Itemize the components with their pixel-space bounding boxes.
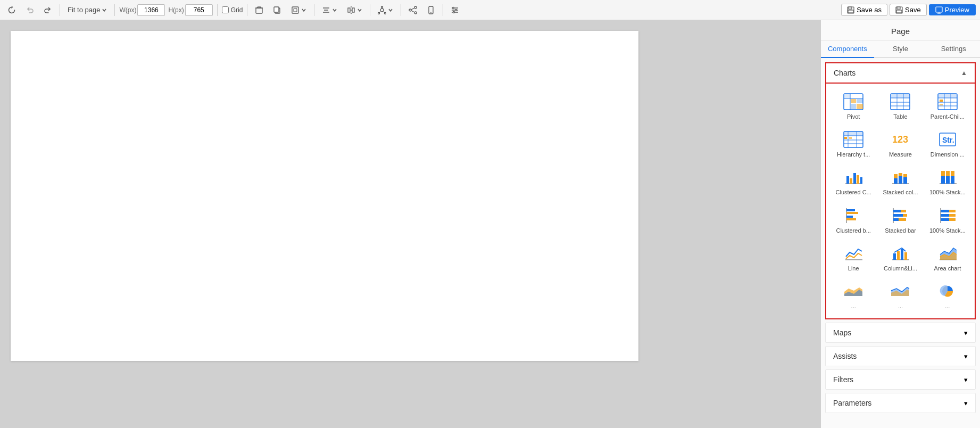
copy-icon <box>273 6 281 14</box>
chart-item-100pct-stack-col[interactable]: 100% Stack... <box>925 163 970 200</box>
svg-rect-17 <box>352 8 354 12</box>
chart-item-stacked-col[interactable]: Stacked col... <box>877 163 923 200</box>
svg-rect-122 <box>941 214 949 217</box>
component-button[interactable] <box>375 4 396 17</box>
table-label: Table <box>893 113 907 120</box>
undo-icon <box>26 6 34 14</box>
refresh-button[interactable] <box>4 4 19 17</box>
svg-rect-95 <box>899 176 902 184</box>
crop-icon <box>291 6 300 14</box>
chart-item-table[interactable]: Table <box>877 88 923 125</box>
svg-line-31 <box>411 8 414 10</box>
mobile-button[interactable] <box>423 4 438 17</box>
hierarchy-label: Hierarchy t... <box>837 151 870 158</box>
svg-rect-100 <box>941 176 945 184</box>
tab-style[interactable]: Style <box>874 40 927 58</box>
grid-checkbox[interactable] <box>222 6 229 13</box>
pivot-icon <box>843 92 864 111</box>
area3-label: ... <box>898 303 903 310</box>
parameters-section-header[interactable]: Parameters ▾ <box>825 393 976 413</box>
delete-button[interactable] <box>252 4 267 17</box>
svg-point-28 <box>414 6 417 9</box>
tab-settings[interactable]: Settings <box>927 40 980 58</box>
chart-item-area2[interactable]: ... <box>830 277 876 314</box>
save-as-button[interactable]: Save as <box>841 4 887 16</box>
settings-button[interactable] <box>447 4 462 17</box>
grid-group[interactable]: Grid <box>222 6 243 14</box>
chevron-down-icon5 <box>388 7 393 13</box>
svg-text:Str.: Str. <box>942 136 954 144</box>
svg-rect-81 <box>844 137 847 139</box>
align-button[interactable] <box>319 4 340 17</box>
hierarchy-icon <box>843 130 864 149</box>
chart-item-stacked-bar[interactable]: Stacked bar <box>877 202 923 238</box>
chart-item-pie[interactable]: ... <box>925 277 970 314</box>
clustered-col-label: Clustered C... <box>836 189 871 196</box>
share-button[interactable] <box>405 4 420 17</box>
chart-item-line[interactable]: Line <box>830 240 876 276</box>
grid-label: Grid <box>231 6 243 14</box>
svg-rect-113 <box>893 210 901 212</box>
sep8 <box>443 4 443 16</box>
chart-item-column-line[interactable]: Column&Li... <box>877 240 923 276</box>
pie-icon <box>937 282 958 301</box>
tab-components[interactable]: Components <box>821 40 874 58</box>
main-area: Page Components Style Settings Charts ▲ <box>0 20 980 428</box>
maps-section-header[interactable]: Maps ▾ <box>825 323 976 343</box>
svg-rect-102 <box>946 176 950 184</box>
distribute-button[interactable] <box>344 4 366 17</box>
svg-rect-88 <box>850 178 852 184</box>
fit-to-page-label: Fit to page <box>68 6 100 14</box>
svg-rect-123 <box>949 214 956 217</box>
width-input[interactable] <box>137 4 165 16</box>
100pct-stack-bar-label: 100% Stack... <box>929 227 966 234</box>
height-group: H(px) <box>168 4 212 16</box>
chart-item-parent-child[interactable]: Parent-Chil... <box>925 88 970 125</box>
save-button[interactable]: Save <box>890 4 927 16</box>
assists-section-header[interactable]: Assists ▾ <box>825 346 976 366</box>
charts-section-header[interactable]: Charts ▲ <box>825 62 976 84</box>
chart-item-area3[interactable]: ... <box>877 277 923 314</box>
preview-button[interactable]: Preview <box>929 4 976 15</box>
height-input[interactable] <box>185 4 213 16</box>
settings-icon <box>451 6 459 14</box>
svg-rect-107 <box>846 209 855 211</box>
share-icon <box>409 6 417 14</box>
width-label: W(px) <box>119 6 136 14</box>
chart-item-measure[interactable]: 123 Measure <box>877 126 923 162</box>
sep4 <box>247 4 247 16</box>
chart-item-clustered-col[interactable]: Clustered C... <box>830 163 876 200</box>
filters-section-header[interactable]: Filters ▾ <box>825 369 976 390</box>
charts-section: Charts ▲ <box>821 62 980 319</box>
parameters-label: Parameters <box>833 399 871 407</box>
measure-label: Measure <box>889 151 912 158</box>
svg-rect-8 <box>292 7 298 13</box>
chart-item-pivot[interactable]: Pivot <box>830 88 876 125</box>
chart-item-100pct-stack-bar[interactable]: 100% Stack... <box>925 202 970 238</box>
canvas[interactable] <box>11 31 638 361</box>
svg-rect-43 <box>848 10 853 13</box>
chart-item-area-chart[interactable]: Area chart <box>925 240 970 276</box>
chevron-down-icon3 <box>332 7 337 13</box>
redo-button[interactable] <box>40 4 55 17</box>
svg-rect-91 <box>860 177 862 184</box>
svg-rect-90 <box>857 175 859 184</box>
save-label: Save <box>905 6 921 14</box>
fit-to-page-button[interactable]: Fit to page <box>64 4 110 16</box>
svg-text:123: 123 <box>892 134 908 145</box>
pie-label: ... <box>945 303 950 310</box>
svg-rect-115 <box>893 214 903 217</box>
undo-button[interactable] <box>22 4 37 17</box>
delete-icon <box>255 6 263 14</box>
crop-button[interactable] <box>288 4 310 17</box>
svg-line-27 <box>384 11 385 13</box>
copy-button[interactable] <box>270 4 285 17</box>
svg-point-40 <box>453 11 455 13</box>
clustered-col-icon <box>843 168 864 187</box>
chart-item-hierarchy[interactable]: Hierarchy t... <box>830 126 876 162</box>
chart-item-clustered-bar[interactable]: Clustered b... <box>830 202 876 238</box>
canvas-area[interactable] <box>0 20 820 428</box>
svg-rect-7 <box>274 7 279 12</box>
chart-item-dimension[interactable]: Str. Dimension ... <box>925 126 970 162</box>
svg-rect-89 <box>853 173 856 184</box>
